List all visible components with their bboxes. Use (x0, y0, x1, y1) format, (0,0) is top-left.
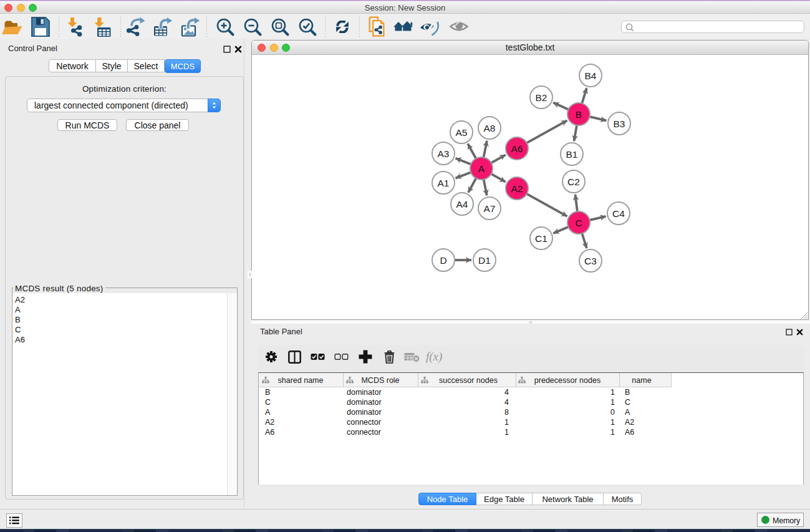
svg-text:A5: A5 (456, 127, 468, 138)
svg-text:D: D (440, 255, 446, 266)
svg-text:A2: A2 (511, 183, 523, 194)
svg-text:D1: D1 (478, 255, 491, 266)
svg-text:A1: A1 (438, 178, 450, 188)
svg-text:B: B (576, 109, 582, 120)
svg-text:A8: A8 (484, 123, 496, 133)
svg-text:A3: A3 (438, 148, 450, 159)
svg-text:A: A (478, 163, 485, 174)
svg-text:B4: B4 (585, 70, 597, 81)
svg-text:A7: A7 (484, 203, 496, 214)
svg-text:C2: C2 (567, 177, 580, 187)
svg-text:A6: A6 (511, 143, 523, 154)
svg-text:B2: B2 (536, 92, 547, 103)
svg-text:B1: B1 (566, 149, 578, 160)
svg-text:C4: C4 (612, 208, 625, 219)
svg-text:C1: C1 (535, 233, 547, 244)
svg-text:C3: C3 (584, 256, 597, 266)
svg-text:C: C (575, 218, 582, 228)
svg-text:B3: B3 (614, 118, 625, 129)
svg-text:A4: A4 (456, 199, 468, 210)
